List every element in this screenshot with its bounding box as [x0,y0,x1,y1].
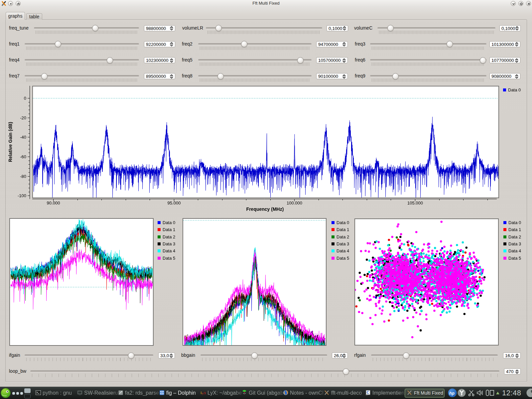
svg-text:yX: yX [202,391,206,395]
svg-text:hp: hp [449,391,455,396]
